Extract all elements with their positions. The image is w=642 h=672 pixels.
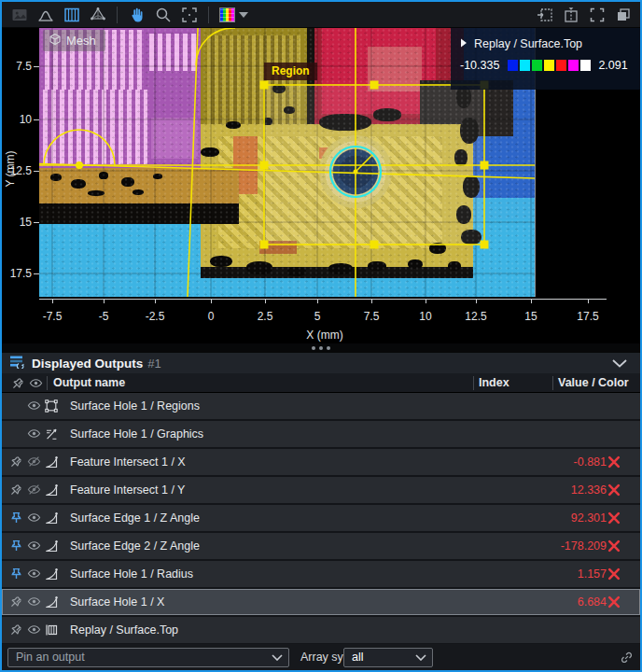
dock-left-button[interactable]: [533, 4, 556, 26]
eye-off-icon[interactable]: [27, 483, 41, 497]
panel-instance: #1: [147, 357, 160, 371]
pin-filled-icon[interactable]: [9, 511, 23, 525]
output-row[interactable]: Surface Hole 1 / Graphics: [2, 421, 640, 447]
output-name: Replay / Surface.Top: [70, 623, 178, 637]
eye-icon[interactable]: [27, 427, 41, 441]
output-row[interactable]: Feature Intersect 1 / Y12.336: [2, 477, 640, 503]
legend-expand-arrow[interactable]: [460, 37, 468, 50]
delete-output-button[interactable]: [607, 455, 621, 469]
measurement-icon: [44, 567, 59, 581]
y-tick-label: 17.5: [4, 267, 32, 280]
pin-icon[interactable]: [9, 623, 23, 637]
panel-splitter[interactable]: [2, 343, 640, 353]
toolbar-left-group: [7, 4, 250, 26]
heatmap-blob: [460, 118, 479, 144]
surface-view-button[interactable]: [60, 4, 83, 26]
pin-filled-icon[interactable]: [9, 567, 23, 581]
output-row[interactable]: Surface Hole 1 / X6.684: [2, 589, 640, 615]
pin-icon[interactable]: [9, 483, 23, 497]
eye-icon[interactable]: [27, 595, 41, 609]
column-index: Index: [479, 376, 509, 389]
viewer-toolbar: [2, 2, 640, 28]
eye-icon[interactable]: [27, 399, 41, 413]
delete-output-button[interactable]: [607, 483, 621, 497]
y-tick-mark: [34, 66, 39, 67]
collapse-panel-button[interactable]: [612, 359, 627, 368]
x-axis-line: [39, 299, 607, 300]
output-name: Feature Intersect 1 / X: [70, 455, 186, 469]
pin-filled-icon[interactable]: [9, 539, 23, 553]
panel-footer: Pin an output Array sync all: [2, 644, 640, 670]
x-tick-label: 0: [192, 310, 230, 323]
delete-output-button[interactable]: [607, 539, 621, 553]
eye-icon[interactable]: [27, 539, 41, 553]
delete-output-button[interactable]: [607, 511, 621, 525]
profile-view-button[interactable]: [34, 4, 57, 26]
y-tick-mark: [34, 171, 39, 172]
colormap-icon: [219, 7, 235, 22]
output-value: 6.684: [578, 595, 607, 609]
heatmap-blob: [201, 147, 219, 157]
output-row[interactable]: Replay / Surface.Top: [2, 617, 640, 643]
x-tick-mark: [104, 300, 105, 303]
output-name: Feature Intersect 1 / Y: [70, 483, 185, 497]
heatmap-region: [43, 90, 147, 164]
legend-min-value: -10.335: [460, 59, 499, 72]
eye-icon[interactable]: [27, 623, 41, 637]
x-tick-mark: [531, 300, 532, 303]
colormap-swatch: [508, 60, 518, 71]
y-tick-mark: [34, 222, 39, 223]
y-tick-mark: [34, 273, 39, 274]
dock-top-button[interactable]: [559, 4, 582, 26]
eye-icon[interactable]: [27, 567, 41, 581]
x-tick-mark: [52, 300, 53, 303]
link-icon[interactable]: [620, 651, 634, 665]
surface-viewport[interactable]: Mesh Region Replay / Surface.Top -10.335…: [2, 28, 640, 343]
visibility-column-icon[interactable]: [29, 376, 43, 390]
zoom-tool-button[interactable]: [151, 4, 174, 26]
heatmap-blob: [272, 84, 286, 93]
pin-output-placeholder: Pin an output: [16, 651, 268, 664]
output-row[interactable]: Surface Edge 1 / Z Angle92.301: [2, 505, 640, 531]
displayed-outputs-header[interactable]: Displayed Outputs #1: [2, 353, 640, 373]
heatmap-region: [39, 203, 239, 224]
outputs-table-body: Surface Hole 1 / RegionsSurface Hole 1 /…: [2, 393, 640, 645]
colormap-picker-button[interactable]: [216, 4, 250, 26]
fit-view-button[interactable]: [177, 4, 201, 26]
image-view-button[interactable]: [7, 4, 31, 26]
heatmap-region: [151, 118, 198, 159]
profile-view-icon: [36, 6, 55, 24]
colormap-swatch: [580, 60, 591, 71]
pan-tool-button[interactable]: [125, 4, 148, 26]
measurement-icon: [44, 455, 59, 469]
pin-column-icon[interactable]: [11, 376, 25, 390]
mesh-toggle-badge[interactable]: Mesh: [43, 30, 105, 51]
mesh-3d-view-button[interactable]: [86, 4, 109, 26]
x-tick-mark: [426, 300, 426, 303]
y-tick-label: 10: [4, 113, 32, 126]
output-row[interactable]: Surface Edge 2 / Z Angle-178.209: [2, 533, 640, 559]
array-sync-select[interactable]: all: [343, 648, 433, 667]
dock-left-icon: [536, 6, 554, 24]
pin-output-select[interactable]: Pin an output: [7, 648, 289, 667]
pin-icon[interactable]: [9, 455, 23, 469]
delete-output-button[interactable]: [607, 595, 621, 609]
displayed-outputs-icon: [9, 354, 24, 372]
heatmap-blob: [50, 174, 62, 181]
eye-icon[interactable]: [27, 511, 41, 525]
x-axis-label: X (mm): [287, 329, 362, 342]
heatmap-blob: [88, 190, 105, 196]
regions-icon: [44, 399, 59, 413]
x-tick-label: 2.5: [246, 310, 284, 323]
displayed-outputs-panel: Displayed Outputs #1 Output name Index V…: [2, 353, 640, 670]
output-row[interactable]: Surface Hole 1 / Regions: [2, 393, 640, 419]
heatmap-blob: [448, 261, 461, 271]
eye-off-icon[interactable]: [27, 455, 41, 469]
output-row[interactable]: Feature Intersect 1 / X-0.881: [2, 449, 640, 475]
delete-output-button[interactable]: [607, 567, 621, 581]
pin-icon[interactable]: [9, 595, 23, 609]
x-tick-label: -2.5: [136, 310, 174, 323]
duplicate-view-button[interactable]: [611, 4, 635, 26]
fullscreen-button[interactable]: [585, 4, 608, 26]
output-row[interactable]: Surface Hole 1 / Radius1.157: [2, 561, 640, 587]
